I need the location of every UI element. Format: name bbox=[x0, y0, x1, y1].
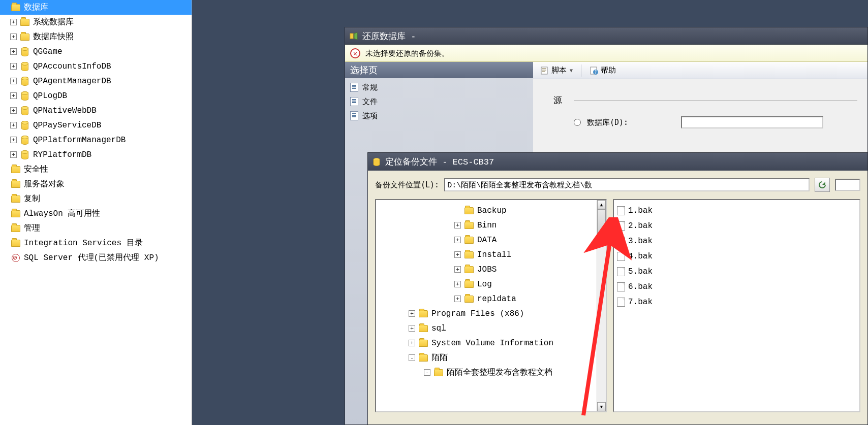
file-item-6.bak[interactable]: 6.bak bbox=[617, 279, 856, 295]
tree-item-QPNativeWebDB[interactable]: +QPNativeWebDB bbox=[0, 103, 192, 118]
tree-item-数据库快照[interactable]: +数据库快照 bbox=[0, 29, 192, 44]
locate-titlebar[interactable]: 定位备份文件 - ECS-CB37 bbox=[368, 153, 867, 171]
file-icon bbox=[617, 237, 625, 246]
toolbar-divider bbox=[581, 64, 581, 77]
tree-item-AlwaysOn 高可用性[interactable]: AlwaysOn 高可用性 bbox=[0, 206, 192, 221]
tree-item-SQL Server 代理(已禁用代理 XP)[interactable]: SQL Server 代理(已禁用代理 XP) bbox=[0, 250, 192, 265]
tree-label: 系统数据库 bbox=[33, 17, 74, 27]
tree-item-QPPayServiceDB[interactable]: +QPPayServiceDB bbox=[0, 118, 192, 133]
db-icon bbox=[372, 157, 381, 167]
folder-item-Program Files (x86)[interactable]: +Program Files (x86) bbox=[378, 306, 604, 321]
tree-expander[interactable]: + bbox=[454, 222, 461, 228]
tree-expander[interactable]: + bbox=[409, 325, 415, 332]
folder-item-陌陌[interactable]: -陌陌 bbox=[378, 350, 604, 365]
tree-expander[interactable]: + bbox=[454, 251, 461, 258]
file-item-4.bak[interactable]: 4.bak bbox=[617, 249, 856, 264]
tree-expander bbox=[1, 181, 8, 187]
database-icon bbox=[20, 150, 30, 159]
dialog-titlebar[interactable]: 还原数据库 - bbox=[345, 27, 867, 45]
folder-icon bbox=[11, 239, 21, 248]
folder-item-Backup[interactable]: Backup bbox=[378, 203, 604, 218]
script-button[interactable]: 脚本 ▼ bbox=[537, 64, 576, 77]
tree-label: RYPlatformDB bbox=[33, 150, 91, 159]
tree-item-安全性[interactable]: 安全性 bbox=[0, 162, 192, 177]
tree-expander[interactable]: - bbox=[424, 369, 430, 376]
file-name: 2.bak bbox=[628, 221, 653, 231]
folder-icon bbox=[418, 339, 428, 348]
scroll-down-button[interactable]: ▼ bbox=[597, 402, 606, 411]
tree-item-QPAccountsInfoDB[interactable]: +QPAccountsInfoDB bbox=[0, 59, 192, 74]
tree-expander[interactable]: + bbox=[10, 151, 17, 158]
help-button[interactable]: ? 帮助 bbox=[586, 64, 619, 77]
tree-item-数据库[interactable]: 数据库 bbox=[0, 0, 192, 15]
folder-item-DATA[interactable]: +DATA bbox=[378, 233, 604, 247]
file-list[interactable]: 1.bak2.bak3.bak4.bak5.bak6.bak7.bak bbox=[613, 199, 860, 412]
folder-item-Install[interactable]: +Install bbox=[378, 247, 604, 262]
folder-tree[interactable]: Backup+Binn+DATA+Install+JOBS+Log+replda… bbox=[375, 199, 607, 412]
database-icon bbox=[20, 106, 30, 115]
tree-expander[interactable]: + bbox=[454, 296, 461, 302]
folder-icon bbox=[464, 250, 474, 259]
file-icon bbox=[617, 252, 625, 261]
dialog-title: 还原数据库 - bbox=[362, 30, 416, 42]
file-item-5.bak[interactable]: 5.bak bbox=[617, 264, 856, 279]
scroll-up-button[interactable]: ▲ bbox=[597, 200, 606, 209]
file-item-1.bak[interactable]: 1.bak bbox=[617, 203, 856, 218]
tree-expander[interactable]: + bbox=[10, 78, 17, 84]
scroll-thumb[interactable] bbox=[597, 209, 606, 235]
page-item-选项[interactable]: 选项 bbox=[347, 109, 531, 123]
tree-expander[interactable]: + bbox=[454, 266, 461, 273]
folder-item-JOBS[interactable]: +JOBS bbox=[378, 262, 604, 277]
tree-expander[interactable]: + bbox=[409, 340, 415, 346]
tree-item-管理[interactable]: 管理 bbox=[0, 221, 192, 236]
filter-input[interactable] bbox=[835, 179, 860, 191]
tree-expander[interactable]: + bbox=[10, 137, 17, 143]
tree-expander[interactable]: + bbox=[10, 63, 17, 70]
tree-expander[interactable]: - bbox=[409, 354, 415, 361]
tree-expander[interactable]: + bbox=[10, 107, 17, 114]
tree-item-Integration Services 目录[interactable]: Integration Services 目录 bbox=[0, 236, 192, 250]
folder-item-repldata[interactable]: +repldata bbox=[378, 291, 604, 306]
tree-expander[interactable]: + bbox=[10, 34, 17, 40]
folder-item-Log[interactable]: +Log bbox=[378, 277, 604, 291]
tree-item-QPAgentManagerDB[interactable]: +QPAgentManagerDB bbox=[0, 74, 192, 88]
tree-expander[interactable]: + bbox=[10, 48, 17, 55]
folder-item-陌陌全套整理发布含教程文档[interactable]: -陌陌全套整理发布含教程文档 bbox=[378, 365, 604, 380]
file-item-2.bak[interactable]: 2.bak bbox=[617, 218, 856, 234]
database-radio[interactable] bbox=[574, 119, 581, 126]
tree-expander[interactable]: + bbox=[10, 19, 17, 25]
file-item-7.bak[interactable]: 7.bak bbox=[617, 295, 856, 310]
tree-item-QGGame[interactable]: +QGGame bbox=[0, 44, 192, 59]
tree-expander[interactable]: + bbox=[409, 310, 415, 317]
tree-label: SQL Server 代理(已禁用代理 XP) bbox=[24, 252, 159, 263]
tree-expander[interactable]: + bbox=[454, 281, 461, 287]
page-label: 文件 bbox=[362, 97, 378, 107]
tree-expander[interactable]: + bbox=[10, 92, 17, 99]
folder-icon bbox=[11, 224, 21, 233]
tree-expander[interactable]: + bbox=[454, 237, 461, 243]
agent-disabled-icon bbox=[11, 253, 21, 263]
refresh-button[interactable] bbox=[815, 178, 830, 192]
tree-item-QPLogDB[interactable]: +QPLogDB bbox=[0, 88, 192, 103]
folder-label: Log bbox=[477, 280, 492, 289]
tree-item-QPPlatformManagerDB[interactable]: +QPPlatformManagerDB bbox=[0, 133, 192, 147]
folder-item-System Volume Information[interactable]: +System Volume Information bbox=[378, 336, 604, 350]
path-input[interactable]: D:\陌陌\陌陌全套整理发布含教程文档\数 bbox=[444, 178, 810, 191]
tree-item-系统数据库[interactable]: +系统数据库 bbox=[0, 15, 192, 29]
tree-item-服务器对象[interactable]: 服务器对象 bbox=[0, 177, 192, 191]
tree-item-复制[interactable]: 复制 bbox=[0, 191, 192, 206]
tree-scrollbar[interactable]: ▲ ▼ bbox=[597, 200, 606, 411]
tree-item-RYPlatformDB[interactable]: +RYPlatformDB bbox=[0, 147, 192, 162]
folder-item-Binn[interactable]: +Binn bbox=[378, 218, 604, 233]
locate-title-text: 定位备份文件 - ECS-CB37 bbox=[385, 156, 494, 168]
folder-item-sql[interactable]: +sql bbox=[378, 321, 604, 336]
database-dropdown[interactable] bbox=[681, 116, 823, 128]
tree-expander bbox=[1, 4, 8, 11]
database-radio-label: 数据库(D): bbox=[587, 118, 628, 127]
file-item-3.bak[interactable]: 3.bak bbox=[617, 234, 856, 249]
page-item-常规[interactable]: 常规 bbox=[347, 80, 531, 94]
page-label: 常规 bbox=[362, 83, 378, 92]
page-item-文件[interactable]: 文件 bbox=[347, 94, 531, 109]
tree-expander[interactable]: + bbox=[10, 122, 17, 128]
folder-label: sql bbox=[431, 324, 446, 333]
